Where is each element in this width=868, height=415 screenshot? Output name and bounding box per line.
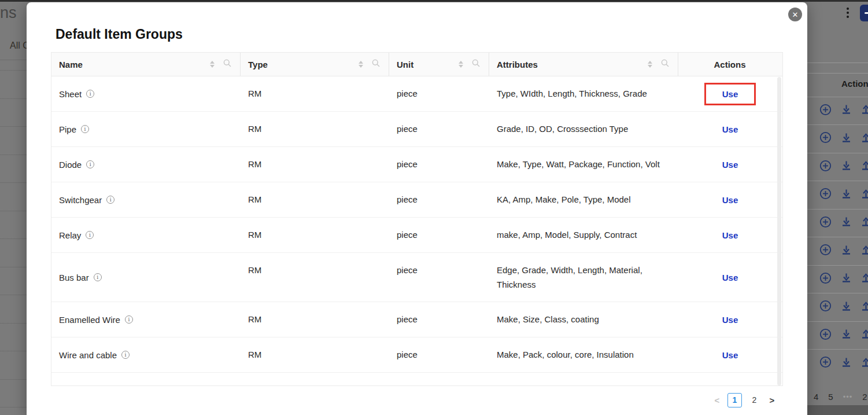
upload-icon[interactable] bbox=[861, 133, 868, 145]
add-circle-icon[interactable] bbox=[819, 272, 832, 287]
item-group-unit-cell: piece bbox=[389, 253, 489, 302]
item-groups-table: NameTypeUnitAttributesActions SheetiRMpi… bbox=[51, 52, 783, 386]
download-icon[interactable] bbox=[841, 160, 851, 173]
modal-pagination: <12> bbox=[712, 392, 777, 408]
info-icon[interactable]: i bbox=[106, 196, 114, 204]
item-group-name-cell: Enamelled Wirei bbox=[51, 302, 241, 337]
upload-icon[interactable] bbox=[861, 104, 868, 117]
download-icon[interactable] bbox=[841, 216, 851, 229]
use-link[interactable]: Use bbox=[722, 228, 738, 243]
table-scrollbar[interactable] bbox=[777, 77, 781, 385]
background-table-rows-left bbox=[0, 70, 27, 415]
download-icon[interactable] bbox=[841, 104, 851, 117]
pagination-page[interactable]: 4 bbox=[814, 392, 818, 402]
item-group-name: Pipe bbox=[59, 122, 76, 137]
sort-icon[interactable] bbox=[648, 61, 652, 68]
add-circle-icon[interactable] bbox=[819, 104, 832, 118]
pagination-page-1[interactable]: 1 bbox=[727, 393, 742, 407]
download-icon[interactable] bbox=[841, 245, 851, 258]
add-circle-icon[interactable] bbox=[819, 356, 832, 370]
sort-up-icon bbox=[210, 61, 215, 64]
upload-icon[interactable] bbox=[861, 357, 868, 370]
upload-icon[interactable] bbox=[861, 160, 868, 173]
column-header-type: Type bbox=[241, 53, 389, 76]
background-action-row bbox=[807, 265, 868, 293]
upload-icon[interactable] bbox=[861, 216, 868, 229]
use-link[interactable]: Use bbox=[722, 270, 738, 285]
pagination-page-2[interactable]: 2 bbox=[747, 393, 762, 407]
pagination-page[interactable]: 2 bbox=[862, 392, 867, 402]
item-group-actions-cell: Use bbox=[678, 373, 782, 386]
background-page-heading-fragment: ns bbox=[0, 4, 17, 22]
add-circle-icon[interactable] bbox=[819, 188, 832, 202]
info-icon[interactable]: i bbox=[86, 90, 94, 98]
add-circle-icon[interactable] bbox=[819, 216, 832, 230]
use-link[interactable]: Use bbox=[722, 157, 738, 172]
table-row: Bus bariRMpieceEdge, Grade, Width, Lengt… bbox=[51, 253, 782, 302]
sort-icon[interactable] bbox=[359, 61, 363, 68]
info-icon[interactable]: i bbox=[94, 273, 102, 281]
add-circle-icon[interactable] bbox=[819, 328, 832, 343]
upload-icon[interactable] bbox=[861, 245, 868, 258]
upload-icon[interactable] bbox=[861, 329, 868, 341]
table-row: SwitchgeariRMpieceKA, Amp, Make, Pole, T… bbox=[51, 182, 782, 218]
item-group-name: Valve bbox=[59, 383, 80, 387]
search-icon[interactable] bbox=[372, 59, 380, 69]
sort-icon[interactable] bbox=[210, 61, 215, 68]
search-icon[interactable] bbox=[472, 59, 480, 69]
item-group-name: Bus bar bbox=[59, 270, 89, 285]
item-group-name-cell: Relayi bbox=[51, 218, 241, 252]
screen: ns All C Actions 45•••2 ✕ Default Item G… bbox=[0, 0, 868, 415]
use-link[interactable]: Use bbox=[722, 313, 738, 327]
table-header-row: NameTypeUnitAttributesActions bbox=[51, 53, 782, 76]
info-icon[interactable]: i bbox=[86, 160, 94, 168]
use-link[interactable]: Use bbox=[722, 193, 738, 207]
use-link[interactable]: Use bbox=[722, 87, 738, 101]
item-group-name: Wire and cable bbox=[59, 348, 117, 362]
search-icon[interactable] bbox=[661, 59, 669, 69]
download-icon[interactable] bbox=[841, 329, 851, 341]
add-circle-icon[interactable] bbox=[819, 300, 832, 314]
download-icon[interactable] bbox=[841, 189, 851, 201]
background-action-row bbox=[807, 181, 868, 208]
sort-up-icon bbox=[459, 61, 463, 64]
sort-icon[interactable] bbox=[459, 61, 463, 68]
info-icon[interactable]: i bbox=[86, 231, 94, 239]
search-icon[interactable] bbox=[223, 59, 231, 69]
item-group-unit-cell: piece bbox=[389, 112, 489, 146]
upload-icon[interactable] bbox=[861, 273, 868, 285]
use-link[interactable]: Use bbox=[722, 122, 738, 137]
upload-icon[interactable] bbox=[861, 301, 868, 314]
add-circle-icon[interactable] bbox=[819, 131, 832, 146]
pagination-page[interactable]: 5 bbox=[828, 392, 833, 402]
download-icon[interactable] bbox=[841, 133, 851, 145]
info-icon[interactable]: i bbox=[125, 315, 133, 324]
item-group-unit-cell: piece bbox=[389, 373, 489, 386]
add-circle-icon[interactable] bbox=[819, 244, 832, 258]
sort-up-icon bbox=[359, 61, 363, 64]
download-icon[interactable] bbox=[841, 357, 851, 370]
background-action-row bbox=[807, 97, 868, 124]
item-group-attributes-cell: KA, Amp, Make, Pole, Type, Model bbox=[489, 182, 678, 217]
upload-icon[interactable] bbox=[861, 189, 868, 201]
download-icon[interactable] bbox=[841, 273, 851, 285]
pagination-prev-icon[interactable]: < bbox=[712, 395, 722, 405]
item-group-unit-cell: piece bbox=[389, 337, 489, 372]
info-icon[interactable]: i bbox=[81, 125, 89, 133]
background-bottom-strip bbox=[807, 405, 868, 415]
sort-down-icon bbox=[459, 65, 463, 68]
item-group-unit-cell: piece bbox=[389, 218, 489, 252]
close-icon[interactable]: ✕ bbox=[788, 8, 802, 21]
vertical-dots-icon[interactable] bbox=[844, 8, 851, 20]
use-link[interactable]: Use bbox=[722, 383, 738, 387]
add-circle-icon[interactable] bbox=[819, 160, 832, 174]
item-group-actions-cell: Use bbox=[678, 337, 782, 372]
pagination-next-icon[interactable]: > bbox=[767, 395, 777, 405]
info-icon[interactable]: i bbox=[121, 351, 130, 359]
use-link[interactable]: Use bbox=[722, 348, 738, 362]
default-item-groups-modal: ✕ Default Item Groups NameTypeUnitAttrib… bbox=[27, 2, 807, 415]
download-icon[interactable] bbox=[841, 301, 851, 314]
add-button[interactable] bbox=[860, 5, 868, 21]
item-group-unit-cell: piece bbox=[389, 182, 489, 217]
highlight-annotation-box: Use bbox=[704, 83, 756, 105]
